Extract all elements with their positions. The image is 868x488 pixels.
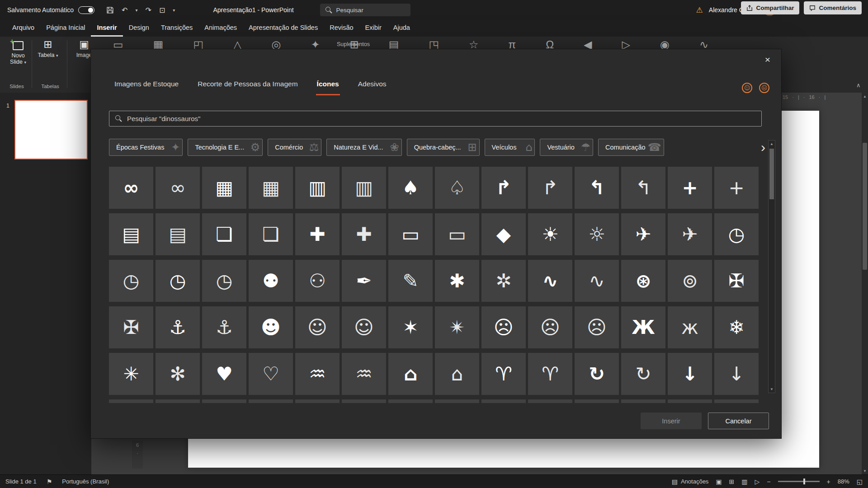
slide-thumbnail[interactable] [14,100,88,160]
cancel-button[interactable]: Cancelar [708,413,769,429]
icon-smiley-filled[interactable]: ☻ [249,306,293,348]
icon-angry-face-outline[interactable]: ☹ [528,306,572,348]
icon-tile-partial[interactable] [156,399,200,403]
icon-aries-outline[interactable]: ♈ [528,353,572,395]
icon-airplane-outline[interactable]: ✈ [668,213,712,255]
icon-plus-filled[interactable]: + [668,167,712,209]
icon-angry-face-filled[interactable]: ☹ [481,306,526,348]
icon-acorn-filled[interactable]: ♠ [388,167,433,209]
scroll-up-icon[interactable]: ▲ [769,141,775,147]
icon-button-outline[interactable]: ⊚ [668,260,712,302]
scroll-down-icon[interactable]: ▼ [862,467,868,474]
icon-alarm-clock-ringing-outline[interactable]: ◷ [202,260,246,302]
icon-tile-partial[interactable] [528,399,572,403]
menu-tab-pagina-inicial[interactable]: Página Inicial [40,20,91,37]
slide-sorter-view-button[interactable]: ⊞ [729,478,735,485]
table-button[interactable]: ⊞ Tabela ▾ [34,39,61,58]
icon-ambulance-outline[interactable]: ✠ [109,306,153,348]
reading-view-button[interactable]: ▥ [741,478,747,485]
icon-acorn-outline[interactable]: ♤ [435,167,479,209]
icon-button-filled[interactable]: ⊛ [621,260,665,302]
icon-abacus-outline[interactable]: ▦ [249,167,293,209]
icon-farm-field-outline[interactable]: ☼ [575,213,619,255]
menu-tab-revisao[interactable]: Revisão [324,20,359,37]
icon-plus-outline[interactable]: + [714,167,759,209]
collapse-ribbon-icon[interactable]: ∧ [856,82,861,89]
icon-address-book-2-filled[interactable]: ❏ [202,213,246,255]
dialog-tab-recorte-de-pessoas-da-imagem[interactable]: Recorte de Pessoas da Imagem [197,77,298,95]
menu-tab-design[interactable]: Design [123,20,155,37]
normal-view-button[interactable]: ▣ [716,478,722,485]
icon-needle-thread-filled[interactable]: ✒ [342,260,386,302]
icon-road-split-right-outline[interactable]: ↱ [528,167,572,209]
categories-scroll-right-icon[interactable]: › [761,141,765,154]
category-comercio[interactable]: Comércio ⚖ [268,139,321,156]
document-scrollbar[interactable]: ▲ ▼ [862,93,868,474]
icon-alarm-clock-ringing-filled[interactable]: ◷ [156,260,200,302]
icon-tile-partial[interactable] [109,399,153,403]
icon-alarm-clock-outline[interactable]: ◷ [109,260,153,302]
undo-dropdown-icon[interactable]: ▾ [136,8,138,13]
category-quebra-cabecas[interactable]: Quebra-cabeç... ⊞ [407,139,480,156]
menu-tab-arquivo[interactable]: Arquivo [6,20,40,37]
zoom-slider-thumb[interactable] [803,479,805,484]
icon-farm-field-filled[interactable]: ☀ [528,213,572,255]
menu-tab-ajuda[interactable]: Ajuda [387,20,416,37]
icon-bandage-outline[interactable]: ✚ [342,213,386,255]
icon-apple-filled[interactable]: ♥ [202,353,246,395]
icon-ant-filled[interactable]: Ж [621,306,665,348]
icon-measuring-tape-filled[interactable]: ∿ [528,260,572,302]
icon-search-input[interactable] [127,115,755,122]
icon-abacus-2-outline[interactable]: ▥ [342,167,386,209]
icon-tile-partial[interactable] [714,399,759,403]
icon-billboard-outline[interactable]: ▭ [435,213,479,255]
alert-icon[interactable]: ⚠ [696,5,703,15]
start-slideshow-icon[interactable]: ⊡ [159,6,165,14]
icon-abacus-2-filled[interactable]: ▥ [295,167,340,209]
icon-grid-scrollbar[interactable]: ▲ ▼ [768,140,775,393]
icon-anger-symbol-outline[interactable]: ✴ [435,306,479,348]
icon-needle-thread-outline[interactable]: ✎ [388,260,433,302]
icon-address-book-filled[interactable]: ▤ [109,213,153,255]
icon-address-book-2-outline[interactable]: ❏ [249,213,293,255]
icon-arrow-down-outline[interactable]: ↓ [714,353,759,395]
icon-tile-partial[interactable] [249,399,293,403]
scroll-down-icon[interactable]: ▼ [769,386,775,393]
notes-button[interactable]: ▤ Anotações [672,478,709,485]
slideshow-button[interactable]: ▷ [755,478,760,485]
icon-tile-partial[interactable] [621,399,665,403]
icon-tile-partial[interactable] [481,399,526,403]
icon-knitting-yarn-filled[interactable]: ✱ [435,260,479,302]
menu-tab-inserir[interactable]: Inserir [91,20,123,37]
icon-aquarius-outline[interactable]: ♒ [342,353,386,395]
customize-qat-icon[interactable]: ▾ [173,8,175,13]
category-epocas-festivas[interactable]: Épocas Festivas ✦ [109,139,183,156]
dialog-search-box[interactable] [109,111,762,127]
language-indicator[interactable]: Português (Brasil) [62,478,109,485]
icon-billboard-filled[interactable]: ▭ [388,213,433,255]
zoom-in-icon[interactable]: + [827,478,830,485]
dialog-tab-adesivos[interactable]: Adesivos [357,77,387,95]
category-vestuario[interactable]: Vestuário ☂ [540,139,593,156]
zoom-level[interactable]: 88% [838,478,849,485]
icon-measuring-tape-outline[interactable]: ∿ [575,260,619,302]
icon-anger-symbol-filled[interactable]: ✶ [388,306,433,348]
dialog-tab-imagens-de-estoque[interactable]: Imagens de Estoque [113,77,179,95]
category-veiculos[interactable]: Veículos ⌂ [485,139,535,156]
menu-tab-animacoes[interactable]: Animações [198,20,243,37]
icon-anchor-filled[interactable]: ⚓ [156,306,200,348]
icon-africa-filled[interactable]: ◆ [481,213,526,255]
accessibility-flag-icon[interactable]: ⚑ [47,478,52,485]
icon-antarctica-filled[interactable]: ❄ [714,306,759,348]
icon-tile-partial[interactable] [575,399,619,403]
category-natureza-e-vida-ao-ar-livre[interactable]: Natureza E Vid... ❀ [326,139,401,156]
zoom-out-icon[interactable]: − [767,478,770,485]
titlebar-search[interactable]: Pesquisar [320,4,410,16]
icon-abacus-filled[interactable]: ▦ [202,167,246,209]
menu-tab-transicoes[interactable]: Transições [155,20,198,37]
icon-3d-glasses-filled[interactable]: ∞ [109,167,153,209]
icon-aperture-outline[interactable]: ✻ [156,353,200,395]
icon-ambulance-filled[interactable]: ✠ [714,260,759,302]
icon-arrows-cycle-outline[interactable]: ↻ [621,353,665,395]
icon-anchor-outline[interactable]: ⚓ [202,306,246,348]
